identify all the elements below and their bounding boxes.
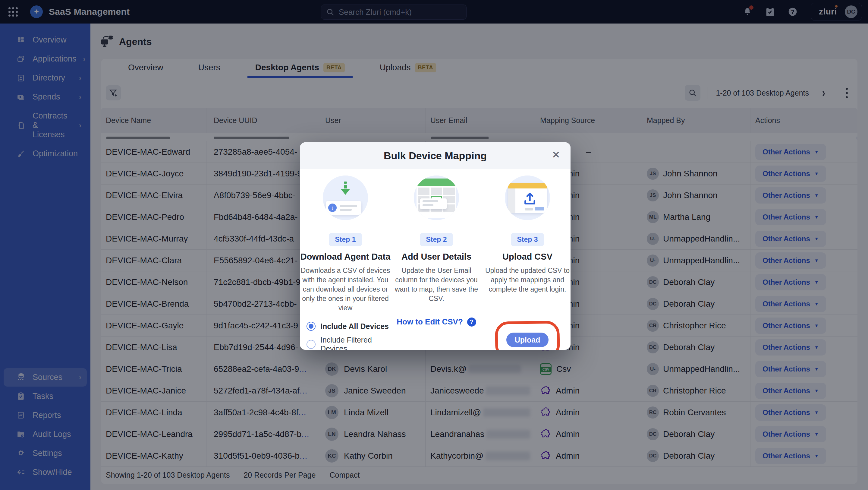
step3-column: Step 3 Upload CSV Upload the updated CSV…	[482, 169, 570, 350]
step1-column: ↓ Step 1 Download Agent Data Downloads a…	[300, 169, 391, 350]
step2-heading: Add User Details	[401, 252, 471, 262]
step2-description: Update the User Email column for the dev…	[391, 266, 482, 304]
how-to-edit-csv-link[interactable]: How to Edit CSV? ?	[397, 317, 476, 326]
spreadsheet-illustration	[414, 175, 459, 220]
modal-title: Bulk Device Mapping	[384, 150, 487, 162]
step3-heading: Upload CSV	[502, 252, 553, 262]
step3-description: Upload the updated CSV to apply the mapp…	[482, 266, 570, 294]
step2-column: Step 2 Add User Details Update the User …	[391, 169, 482, 350]
download-illustration: ↓	[323, 175, 368, 220]
help-icon: ?	[467, 318, 476, 326]
upload-illustration	[505, 175, 550, 220]
upload-button[interactable]: Upload	[506, 333, 549, 347]
radio-include-filtered-devices[interactable]: Include Filtered Devices	[307, 336, 391, 350]
bulk-device-mapping-modal: Bulk Device Mapping ✕ ↓ Step 1 Download …	[300, 142, 570, 350]
step1-badge: Step 1	[329, 233, 362, 247]
radio-selected-icon	[307, 322, 315, 331]
modal-close-icon[interactable]: ✕	[552, 150, 561, 160]
radio-unselected-icon	[307, 340, 315, 349]
step1-description: Downloads a CSV of devices with the agen…	[300, 266, 391, 313]
step3-badge: Step 3	[511, 233, 544, 247]
radio-include-all-devices[interactable]: Include All Devices	[307, 322, 391, 331]
step2-badge: Step 2	[420, 233, 453, 247]
step1-heading: Download Agent Data	[301, 252, 391, 262]
